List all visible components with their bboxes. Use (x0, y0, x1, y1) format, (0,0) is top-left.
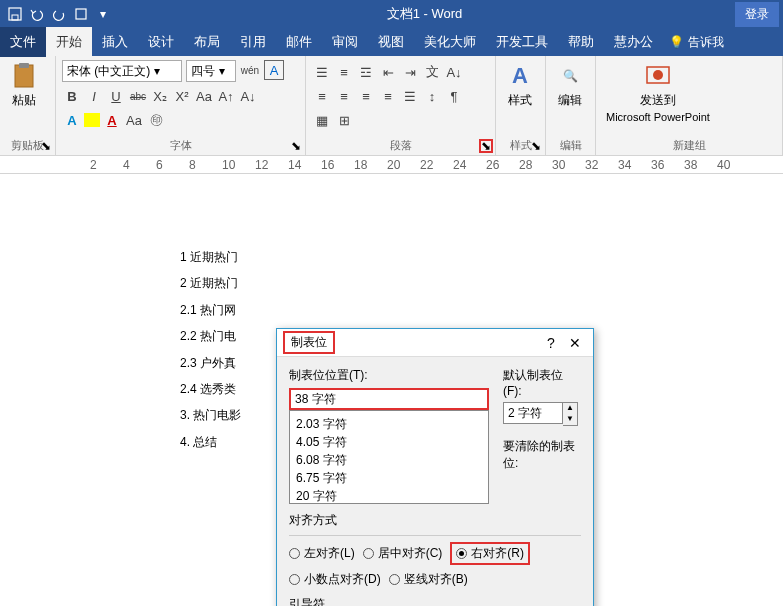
font-family-combo[interactable]: 宋体 (中文正文)▾ (62, 60, 182, 82)
list-item[interactable]: 20 字符 (296, 487, 482, 504)
tab-layout[interactable]: 布局 (184, 27, 230, 57)
undo-icon[interactable] (26, 3, 48, 25)
save-icon[interactable] (4, 3, 26, 25)
increase-indent-button[interactable]: ⇥ (400, 62, 420, 82)
paragraph-launcher[interactable]: ⬊ (479, 139, 493, 153)
tab-position-input[interactable] (289, 388, 489, 410)
svg-rect-2 (76, 9, 86, 19)
strike-button[interactable]: abc (128, 86, 148, 106)
tab-review[interactable]: 审阅 (322, 27, 368, 57)
align-right-radio[interactable]: 右对齐(R) (450, 542, 530, 565)
group-paragraph-label: 段落 (312, 136, 489, 153)
tab-positions-listbox[interactable]: 2.03 字符4.05 字符6.08 字符6.75 字符20 字符 (289, 410, 489, 504)
send-to-ppt-button[interactable]: 发送到Microsoft PowerPoint (602, 60, 714, 125)
multilevel-button[interactable]: ☲ (356, 62, 376, 82)
tab-position-label: 制表位位置(T): (289, 367, 489, 384)
align-bar-radio[interactable]: 竖线对齐(B) (389, 571, 468, 588)
tab-design[interactable]: 设计 (138, 27, 184, 57)
align-left-button[interactable]: ≡ (312, 86, 332, 106)
tab-mailings[interactable]: 邮件 (276, 27, 322, 57)
highlight-button[interactable] (84, 113, 100, 127)
group-newgroup-label: 新建组 (602, 136, 776, 153)
superscript-button[interactable]: X² (172, 86, 192, 106)
change-case-button[interactable]: Aa (194, 86, 214, 106)
underline-button[interactable]: U (106, 86, 126, 106)
font-size-combo[interactable]: 四号▾ (186, 60, 236, 82)
tell-me[interactable]: 💡 告诉我 (669, 34, 724, 51)
distribute-button[interactable]: ☰ (400, 86, 420, 106)
ruler-mark: 26 (486, 158, 499, 172)
grow-font-button[interactable]: A↑ (216, 86, 236, 106)
dialog-help-button[interactable]: ? (539, 335, 563, 351)
align-center-button[interactable]: ≡ (334, 86, 354, 106)
tab-home[interactable]: 开始 (46, 27, 92, 57)
tab-file[interactable]: 文件 (0, 27, 46, 57)
justify-button[interactable]: ≡ (378, 86, 398, 106)
font-launcher[interactable]: ⬊ (289, 139, 303, 153)
tab-insert[interactable]: 插入 (92, 27, 138, 57)
redo-icon[interactable] (48, 3, 70, 25)
ruler-mark: 24 (453, 158, 466, 172)
align-center-radio[interactable]: 居中对齐(C) (363, 545, 443, 562)
qat-customize-icon[interactable]: ▾ (92, 3, 114, 25)
styles-button[interactable]: A样式 (502, 60, 538, 111)
align-left-radio[interactable]: 左对齐(L) (289, 545, 355, 562)
doc-line: 2.4 选秀类 (180, 376, 241, 402)
bullets-button[interactable]: ☰ (312, 62, 332, 82)
editing-button[interactable]: 🔍编辑 (552, 60, 588, 111)
search-icon: 🔍 (556, 62, 584, 90)
list-item[interactable]: 6.08 字符 (296, 451, 482, 469)
borders-button[interactable]: ⊞ (334, 110, 354, 130)
decrease-indent-button[interactable]: ⇤ (378, 62, 398, 82)
text-effects-button[interactable]: A (62, 110, 82, 130)
shrink-font-button[interactable]: A↓ (238, 86, 258, 106)
enclose-char-button[interactable]: ㊞ (146, 110, 166, 130)
ruler-mark: 10 (222, 158, 235, 172)
line-spacing-button[interactable]: ↕ (422, 86, 442, 106)
list-item[interactable]: 2.03 字符 (296, 415, 482, 433)
char-shading-button[interactable]: Aa (124, 110, 144, 130)
group-font-label: 字体 (62, 136, 299, 153)
list-item[interactable]: 6.75 字符 (296, 469, 482, 487)
doc-line: 2.1 热门网 (180, 297, 241, 323)
shading-button[interactable]: ▦ (312, 110, 332, 130)
tab-references[interactable]: 引用 (230, 27, 276, 57)
list-item[interactable]: 4.05 字符 (296, 433, 482, 451)
tab-help[interactable]: 帮助 (558, 27, 604, 57)
clipboard-launcher[interactable]: ⬊ (39, 139, 53, 153)
ruler-mark: 22 (420, 158, 433, 172)
subscript-button[interactable]: X₂ (150, 86, 170, 106)
paste-button[interactable]: 粘贴 (6, 60, 42, 111)
tab-huiban[interactable]: 慧办公 (604, 27, 663, 57)
italic-button[interactable]: I (84, 86, 104, 106)
ruler-mark: 36 (651, 158, 664, 172)
text-direction-button[interactable]: 文 (422, 62, 442, 82)
spin-down-icon[interactable]: ▼ (563, 414, 577, 425)
bold-button[interactable]: B (62, 86, 82, 106)
tab-developer[interactable]: 开发工具 (486, 27, 558, 57)
default-tab-label: 默认制表位(F): (503, 367, 581, 398)
tab-view[interactable]: 视图 (368, 27, 414, 57)
numbering-button[interactable]: ≡ (334, 62, 354, 82)
ruler-mark: 6 (156, 158, 163, 172)
horizontal-ruler[interactable]: 246810121416182022242628303234363840 (0, 156, 783, 174)
tab-beautify[interactable]: 美化大师 (414, 27, 486, 57)
login-button[interactable]: 登录 (735, 2, 779, 27)
font-color-button[interactable]: A (102, 110, 122, 130)
tabs-dialog: 制表位 ? ✕ 制表位位置(T): 2.03 字符4.05 字符6.08 字符6… (276, 328, 594, 606)
dialog-close-button[interactable]: ✕ (563, 335, 587, 351)
phonetic-button[interactable]: wén (240, 60, 260, 80)
sort-button[interactable]: A↓ (444, 62, 464, 82)
align-decimal-radio[interactable]: 小数点对齐(D) (289, 571, 381, 588)
char-border-button[interactable]: A (264, 60, 284, 80)
doc-line: 4. 总结 (180, 429, 241, 455)
ruler-mark: 14 (288, 158, 301, 172)
alignment-label: 对齐方式 (289, 512, 581, 529)
show-marks-button[interactable]: ¶ (444, 86, 464, 106)
align-right-button[interactable]: ≡ (356, 86, 376, 106)
spin-up-icon[interactable]: ▲ (563, 403, 577, 414)
svg-rect-1 (12, 15, 18, 20)
touch-icon[interactable] (70, 3, 92, 25)
default-tab-spinner[interactable]: ▲▼ (503, 402, 581, 426)
styles-launcher[interactable]: ⬊ (529, 139, 543, 153)
